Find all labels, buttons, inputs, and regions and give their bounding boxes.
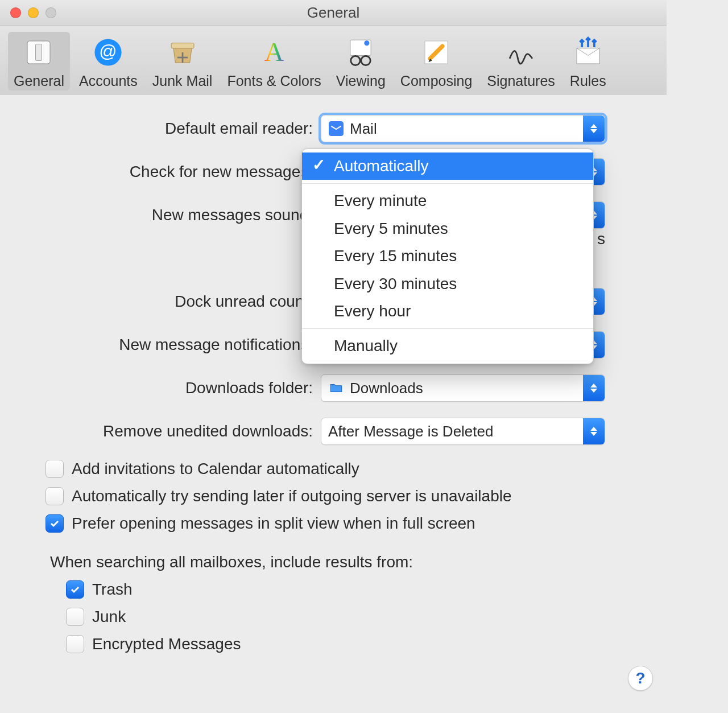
window-title: General bbox=[0, 4, 667, 22]
checkbox-label: Prefer opening messages in split view wh… bbox=[72, 514, 475, 533]
preferences-toolbar: General @ Accounts Junk Mail A Fonts & C… bbox=[0, 26, 667, 94]
help-button[interactable]: ? bbox=[628, 666, 653, 691]
checkbox-icon bbox=[46, 487, 64, 505]
menu-item-every-minute[interactable]: Every minute bbox=[302, 187, 593, 215]
toolbar-tab-signatures[interactable]: Signatures bbox=[481, 32, 561, 90]
check-messages-menu: ✓ Automatically Every minute Every 5 min… bbox=[301, 149, 594, 364]
toolbar-tab-rules[interactable]: Rules bbox=[564, 32, 612, 90]
svg-rect-4 bbox=[171, 43, 194, 48]
checkbox-label: Automatically try sending later if outgo… bbox=[72, 487, 512, 505]
menu-separator bbox=[302, 328, 593, 329]
menu-item-label: Every 30 minutes bbox=[334, 275, 457, 292]
remove-downloads-popup[interactable]: After Message is Deleted bbox=[321, 418, 605, 445]
window-controls bbox=[10, 7, 56, 18]
search-section-heading: When searching all mailboxes, include re… bbox=[50, 553, 642, 571]
menu-item-label: Every 5 minutes bbox=[334, 220, 448, 237]
checkbox-icon bbox=[46, 460, 64, 478]
signatures-icon bbox=[503, 34, 539, 71]
menu-item-every-5[interactable]: Every 5 minutes bbox=[302, 215, 593, 242]
toolbar-tab-composing[interactable]: Composing bbox=[395, 32, 478, 90]
checkbox-group: Add invitations to Calendar automaticall… bbox=[25, 460, 642, 533]
menu-item-label: Every hour bbox=[334, 302, 411, 320]
default-reader-value: Mail bbox=[350, 120, 377, 138]
svg-point-9 bbox=[365, 40, 370, 46]
menu-item-label: Automatically bbox=[334, 157, 429, 175]
downloads-value: Downloads bbox=[350, 380, 423, 397]
rules-icon bbox=[570, 34, 606, 71]
label-sound: New messages sound: bbox=[25, 206, 321, 224]
label-dock: Dock unread count: bbox=[25, 292, 321, 311]
checkbox-junk[interactable]: Junk bbox=[66, 608, 642, 626]
checkbox-icon bbox=[66, 635, 84, 653]
menu-item-label: Manually bbox=[334, 337, 398, 355]
svg-point-11 bbox=[361, 56, 370, 65]
default-reader-popup[interactable]: Mail bbox=[321, 115, 605, 142]
zoom-window-button[interactable] bbox=[46, 7, 56, 18]
junk-mail-icon bbox=[164, 34, 201, 71]
checkbox-label: Trash bbox=[92, 580, 133, 599]
checkmark-icon: ✓ bbox=[312, 155, 325, 176]
composing-icon bbox=[418, 34, 454, 71]
titlebar: General bbox=[0, 0, 667, 26]
menu-item-label: Every minute bbox=[334, 192, 427, 209]
fonts-colors-icon: A bbox=[256, 34, 292, 71]
preferences-window: General General @ Accounts Junk Mail bbox=[0, 0, 667, 702]
label-remove-downloads: Remove unedited downloads: bbox=[25, 422, 321, 440]
checkbox-encrypted[interactable]: Encrypted Messages bbox=[66, 635, 642, 653]
stepper-icon bbox=[583, 418, 605, 444]
menu-item-automatically[interactable]: ✓ Automatically bbox=[302, 153, 593, 180]
checkbox-trash[interactable]: Trash bbox=[66, 580, 642, 599]
checkbox-label: Encrypted Messages bbox=[92, 635, 241, 653]
menu-separator bbox=[302, 183, 593, 184]
search-checkbox-group: Trash Junk Encrypted Messages bbox=[25, 580, 642, 653]
stepper-icon bbox=[583, 116, 605, 142]
downloads-popup[interactable]: Downloads bbox=[321, 374, 605, 402]
toolbar-tab-label: Signatures bbox=[487, 73, 555, 89]
toolbar-tab-label: Composing bbox=[400, 73, 472, 89]
minimize-window-button[interactable] bbox=[28, 7, 39, 18]
toolbar-tab-label: Accounts bbox=[79, 73, 138, 89]
toolbar-tab-label: Rules bbox=[570, 73, 606, 89]
label-default-reader: Default email reader: bbox=[25, 119, 321, 138]
remove-downloads-value: After Message is Deleted bbox=[328, 423, 493, 440]
accounts-icon: @ bbox=[90, 34, 126, 71]
obscured-text-fragment: s bbox=[597, 230, 605, 248]
mail-app-icon bbox=[328, 121, 344, 137]
checkbox-icon bbox=[46, 514, 64, 533]
menu-item-every-15[interactable]: Every 15 minutes bbox=[302, 242, 593, 270]
viewing-icon bbox=[342, 34, 379, 71]
svg-text:@: @ bbox=[100, 42, 117, 61]
svg-point-10 bbox=[351, 56, 360, 65]
checkbox-icon bbox=[66, 608, 84, 626]
close-window-button[interactable] bbox=[10, 7, 21, 18]
row-default-reader: Default email reader: Mail bbox=[25, 114, 642, 143]
toolbar-tab-label: Junk Mail bbox=[152, 73, 213, 89]
toolbar-tab-label: Fonts & Colors bbox=[227, 73, 321, 89]
menu-item-every-30[interactable]: Every 30 minutes bbox=[302, 270, 593, 298]
general-pane: Default email reader: Mail Check for new… bbox=[0, 94, 667, 653]
toolbar-tab-general[interactable]: General bbox=[8, 32, 70, 90]
checkbox-retry[interactable]: Automatically try sending later if outgo… bbox=[46, 487, 642, 505]
toolbar-tab-viewing[interactable]: Viewing bbox=[330, 32, 391, 90]
general-icon bbox=[20, 34, 57, 71]
toolbar-tab-accounts[interactable]: @ Accounts bbox=[73, 32, 143, 90]
row-remove-downloads: Remove unedited downloads: After Message… bbox=[25, 417, 642, 446]
toolbar-tab-label: General bbox=[14, 73, 64, 89]
checkbox-label: Add invitations to Calendar automaticall… bbox=[72, 460, 359, 478]
toolbar-tab-junk[interactable]: Junk Mail bbox=[147, 32, 218, 90]
checkbox-label: Junk bbox=[92, 608, 126, 626]
menu-item-every-hour[interactable]: Every hour bbox=[302, 298, 593, 325]
folder-icon bbox=[328, 380, 344, 396]
row-downloads: Downloads folder: Downloads bbox=[25, 373, 642, 403]
checkbox-icon bbox=[66, 580, 84, 599]
checkbox-invitations[interactable]: Add invitations to Calendar automaticall… bbox=[46, 460, 642, 478]
svg-text:A: A bbox=[264, 37, 284, 67]
checkbox-splitview[interactable]: Prefer opening messages in split view wh… bbox=[46, 514, 642, 533]
menu-item-manually[interactable]: Manually bbox=[302, 332, 593, 360]
label-downloads: Downloads folder: bbox=[25, 379, 321, 397]
label-notifications: New message notifications: bbox=[25, 336, 321, 354]
stepper-icon bbox=[583, 375, 605, 401]
toolbar-tab-fonts[interactable]: A Fonts & Colors bbox=[221, 32, 326, 90]
menu-item-label: Every 15 minutes bbox=[334, 247, 457, 265]
label-check-messages: Check for new messages: bbox=[25, 163, 321, 181]
